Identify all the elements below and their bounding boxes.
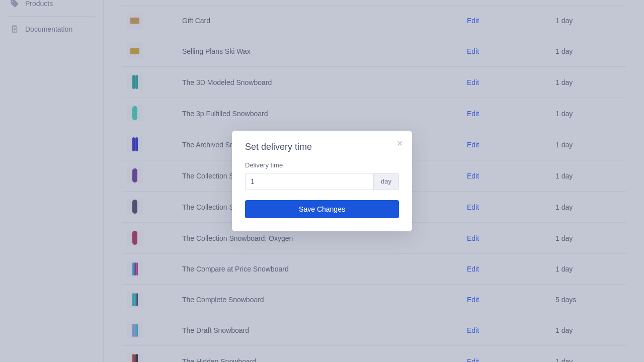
input-unit-addon: day <box>373 173 399 190</box>
modal-title: Set delivery time <box>245 142 399 152</box>
delivery-time-input[interactable] <box>245 173 373 190</box>
delivery-time-modal: ✕ Set delivery time Delivery time day Sa… <box>232 131 412 231</box>
modal-overlay[interactable]: ✕ Set delivery time Delivery time day Sa… <box>0 0 644 362</box>
save-button[interactable]: Save Changes <box>245 200 399 218</box>
delivery-time-input-group: day <box>245 173 399 190</box>
field-label: Delivery time <box>245 161 399 169</box>
close-icon[interactable]: ✕ <box>396 140 403 148</box>
